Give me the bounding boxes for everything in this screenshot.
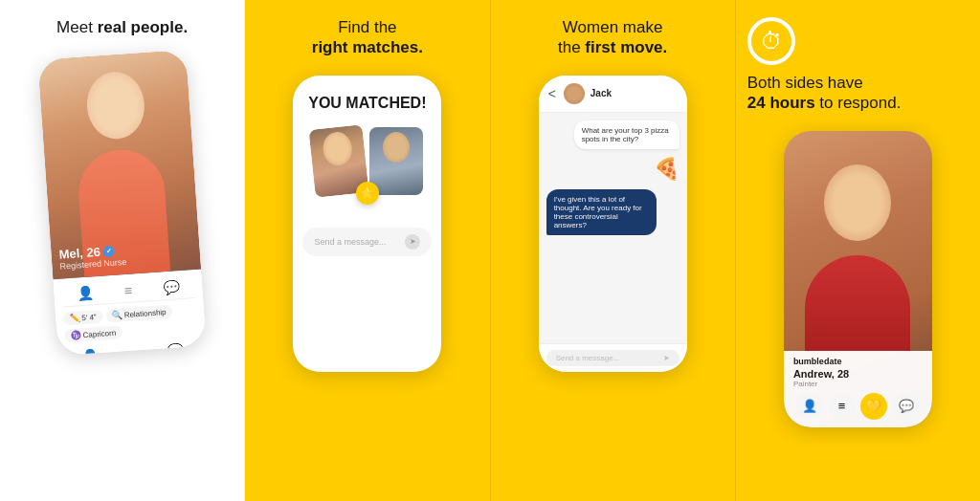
height-tag: ✏️ 5' 4" [63,310,102,326]
match-photos: ⭐ [310,125,425,197]
chat-input[interactable]: Send a message... ➤ [546,350,679,366]
action-buttons: 👤 ≡ 💛 💬 [793,393,923,420]
relationship-tag: 🔍 Relationship [105,305,172,323]
star-badge: ⭐ [356,182,379,205]
heart-action-btn[interactable]: 💛 [860,393,887,420]
photo-male-bg [369,127,423,195]
chat-action-btn[interactable]: 💬 [893,393,920,420]
panel-2-heading: Find the right matches. [312,17,423,58]
bottom-bar: 👤 ≡ 💬 ✏️ 5' 4" 🔍 Relationship ♑ Capricor… [54,270,207,357]
action-menu-icon[interactable]: ≡ [128,346,137,357]
chat-input-bar: Send a message... ➤ [539,343,687,372]
phone-mockup-4: bumbledate Andrew, 28 Painter 👤 ≡ 💛 💬 [784,131,932,427]
panel-4-content: ⏱ Both sides have 24 hours to respond. [747,17,969,127]
menu-action-btn[interactable]: ≡ [829,393,856,420]
person-name-4: Andrew, 28 [793,368,923,380]
app-logo-4: bumbledate [793,357,923,366]
profile-icon[interactable]: 👤 [77,286,94,302]
match-text: YOU MATCHED! [308,95,426,112]
chat-bubble-reply: I've given this a lot of thought. Are yo… [546,189,657,235]
bottom-icons: 👤 ≡ 💬 [61,274,195,308]
panel-meet-real-people: Meet real people. Mel, 26 ✓ Registered N… [0,0,245,501]
phone-mockup-3: < Jack What are your top 3 pizza spots i… [539,76,687,372]
female-face [322,130,353,166]
chat-body: What are your top 3 pizza spots in the c… [539,113,687,343]
height-icon: ✏️ [69,314,80,324]
search-icon: 🔍 [111,311,122,321]
chat-avatar [564,83,585,104]
back-icon[interactable]: < [548,86,556,101]
menu-icon[interactable]: ≡ [123,283,132,299]
chat-name: Jack [590,88,612,98]
profile-action-btn[interactable]: 👤 [796,393,823,420]
action-chat-icon[interactable]: 💬 [167,342,184,356]
timer-icon: ⏱ [747,17,795,65]
chat-emoji: 🍕 [654,157,679,182]
name-overlay: Mel, 26 ✓ Registered Nurse [58,243,127,272]
verified-badge: ✓ [103,245,116,257]
panel-3-heading: Women make the first move. [558,17,667,58]
phone-mockup-2: YOU MATCHED! ⭐ Send a message... ➤ [293,76,441,372]
zodiac-tag: ♑ Capricorn [64,326,122,343]
send-button[interactable]: ➤ [405,234,420,250]
phone-mockup-1: Mel, 26 ✓ Registered Nurse 👤 ≡ 💬 ✏️ 5' 4… [38,50,207,356]
phone-4-overlay: bumbledate Andrew, 28 Painter 👤 ≡ 💛 💬 [784,351,932,427]
chat-bubble-question: What are your top 3 pizza spots in the c… [574,120,679,149]
panel-find-matches: Find the right matches. YOU MATCHED! ⭐ S… [245,0,490,501]
message-input[interactable]: Send a message... ➤ [302,228,432,256]
panel-24-hours: ⏱ Both sides have 24 hours to respond. b… [736,0,980,501]
chat-icon[interactable]: 💬 [163,279,180,295]
action-profile-icon[interactable]: 👤 [81,348,99,356]
zodiac-icon: ♑ [70,331,81,341]
panel-first-move: Women make the first move. < Jack What a… [491,0,736,501]
person-shirt-4 [805,255,910,351]
person-face-4 [824,164,891,241]
chat-header: < Jack [539,76,687,113]
photo-area: Mel, 26 ✓ Registered Nurse [38,50,202,279]
panel-1-heading: Meet real people. [56,17,188,37]
person-job-4: Painter [793,380,923,388]
male-face [383,132,410,163]
send-icon[interactable]: ➤ [663,354,670,362]
panel-4-heading: Both sides have 24 hours to respond. [747,73,902,114]
